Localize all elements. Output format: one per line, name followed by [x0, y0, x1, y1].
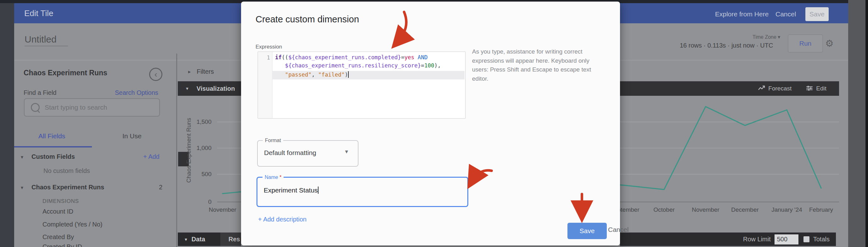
edit-viz-button[interactable]: Edit — [806, 85, 827, 92]
page-title: Edit Tile — [24, 8, 54, 18]
code-line-1: if((${chaos_experiment_runs.completed}=y… — [275, 54, 428, 60]
view-group-header[interactable]: Chaos Experiment Runs — [31, 184, 104, 191]
visualization-label: Visualization — [197, 85, 235, 92]
name-label: Name * — [262, 174, 284, 180]
field-item[interactable]: Completed (Yes / No) — [42, 221, 102, 228]
gear-icon[interactable]: ⚙ — [825, 38, 834, 49]
fields-in-use-count: 2 — [159, 184, 162, 191]
forecast-button[interactable]: Forecast — [758, 85, 792, 92]
field-search-box[interactable] — [24, 98, 160, 116]
data-tab-label: Data — [192, 236, 205, 243]
sidebar-divider — [176, 54, 177, 247]
results-tab-label: Res — [228, 236, 240, 243]
expression-helper-text: As you type, assistance for writing corr… — [472, 47, 598, 83]
forecast-label: Forecast — [768, 85, 792, 92]
tile-name-underline — [25, 46, 68, 46]
left-edge-strip — [0, 3, 14, 247]
find-a-field-label: Find a Field — [24, 89, 57, 97]
search-options-link[interactable]: Search Options — [115, 89, 158, 97]
expression-editor[interactable]: 1 if((${chaos_experiment_runs.completed}… — [257, 51, 466, 119]
chevron-down-icon: ▾ — [778, 34, 780, 40]
active-tab-underline — [14, 146, 92, 147]
totals-label: Totals — [813, 236, 830, 243]
code-line-2: ${chaos_experiment_runs.resiliency_score… — [275, 62, 441, 69]
run-button[interactable]: Run — [788, 34, 823, 53]
x-tick: November — [692, 207, 719, 213]
totals-checkbox[interactable] — [804, 236, 809, 242]
editor-gutter: 1 — [258, 52, 273, 118]
header-save-button[interactable]: Save — [805, 7, 829, 21]
tab-in-use[interactable]: In Use — [122, 132, 142, 140]
x-tick: October — [653, 207, 675, 213]
expression-label: Expression — [255, 44, 282, 50]
header-cancel-button[interactable]: Cancel — [775, 10, 796, 18]
add-custom-field-link[interactable]: + Add — [143, 153, 160, 160]
sidebar-title: Chaos Experiment Runs — [24, 69, 107, 77]
x-tick: January '24 — [771, 207, 802, 213]
right-panel-strip — [848, 0, 866, 247]
no-custom-fields-text: No custom fields — [43, 167, 90, 174]
add-description-link[interactable]: + Add description — [258, 216, 307, 223]
field-item[interactable]: Created By ID — [42, 243, 82, 247]
collapse-sidebar-icon[interactable]: ‹ — [149, 68, 162, 81]
dimensions-section-label: DIMENSIONS — [42, 198, 79, 204]
text-cursor — [348, 71, 349, 78]
y-tick: 1,500 — [189, 118, 212, 126]
data-section-tab[interactable]: ▾ Data — [178, 232, 220, 246]
name-value: Experiment Status — [264, 187, 318, 194]
x-tick: December — [731, 207, 759, 213]
time-zone-label[interactable]: Time Zone ▾ — [752, 34, 780, 40]
query-stats: 16 rows · 0.113s · just now · UTC — [680, 42, 773, 49]
caret-right-icon[interactable]: ▸ — [188, 69, 191, 75]
modal-cancel-button[interactable]: Cancel — [608, 226, 628, 234]
field-item[interactable]: Account ID — [42, 208, 73, 215]
caret-down-icon: ▾ — [186, 86, 188, 91]
x-tick: November — [209, 207, 236, 213]
y-tick: 0 — [189, 198, 212, 205]
modal-save-button[interactable]: Save — [567, 223, 607, 239]
required-asterisk: * — [279, 174, 281, 180]
create-custom-dimension-modal: Create custom dimension Expression 1 if(… — [241, 2, 620, 245]
code-line-3: "passed", "failed") — [275, 71, 349, 78]
y-tick: 500 — [189, 171, 212, 178]
window-right-edge — [866, 0, 868, 247]
caret-down-icon[interactable]: ▾ — [21, 185, 23, 191]
explore-from-here-link[interactable]: Explore from Here — [715, 10, 769, 18]
format-value: Default formatting — [264, 149, 316, 157]
edit-viz-label: Edit — [816, 85, 827, 92]
data-bar-right: Row Limit Totals — [620, 232, 836, 246]
tile-name-input[interactable]: Untitled — [25, 34, 57, 45]
search-input[interactable] — [44, 103, 149, 112]
format-label: Format — [263, 138, 283, 143]
app-root: Edit Tile Explore from Here Cancel Save … — [0, 0, 868, 247]
row-limit-input[interactable] — [775, 235, 799, 245]
line-number: 1 — [258, 55, 270, 61]
filters-section-header[interactable]: Filters — [197, 68, 214, 75]
dropdown-caret-icon: ▼ — [344, 149, 349, 155]
name-field[interactable]: Name * Experiment Status — [256, 177, 468, 207]
tab-all-fields[interactable]: All Fields — [38, 132, 65, 140]
caret-down-icon: ▾ — [185, 237, 187, 242]
custom-fields-header[interactable]: Custom Fields — [31, 153, 75, 160]
format-select[interactable]: Format Default formatting ▼ — [257, 140, 359, 167]
field-item[interactable]: Created By — [42, 234, 74, 241]
search-icon — [31, 103, 40, 112]
x-tick: February — [809, 207, 833, 213]
row-limit-label: Row Limit — [743, 236, 771, 243]
caret-down-icon[interactable]: ▾ — [21, 154, 23, 160]
text-cursor — [318, 187, 318, 194]
y-tick: 1,000 — [189, 145, 212, 152]
results-tab[interactable]: Res — [220, 232, 241, 246]
y-axis-label: Chaos Experiment Runs — [185, 111, 192, 190]
modal-title: Create custom dimension — [255, 14, 359, 25]
